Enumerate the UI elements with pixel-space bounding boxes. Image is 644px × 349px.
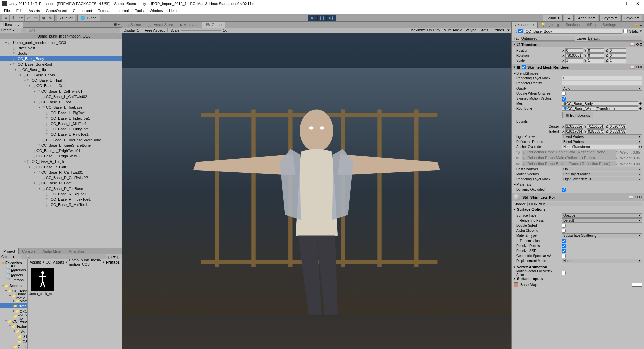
tree-item[interactable]: ⬚CC_Base_R_Foot — [0, 180, 122, 186]
position-x[interactable] — [565, 48, 583, 53]
tag-dropdown[interactable]: Untagged — [521, 36, 575, 41]
game-tab[interactable]: 🎮Game — [202, 22, 225, 28]
center-z[interactable] — [609, 124, 626, 129]
project-tree-item[interactable]: ▼📁Texture — [0, 324, 27, 329]
tree-item[interactable]: ⬚CC_Base_BoneRoot — [0, 61, 122, 67]
audiomixer-tab[interactable]: Audio Mixer — [39, 248, 66, 254]
help-icon[interactable]: 📖 — [630, 42, 635, 47]
update-offscreen-toggle[interactable] — [562, 92, 566, 96]
project-create[interactable]: Create ▾ — [1, 255, 14, 259]
scale-slider[interactable] — [181, 30, 221, 31]
gear-icon[interactable]: ⚙ — [639, 42, 643, 47]
renderpass-dropdown[interactable]: Default — [562, 218, 642, 223]
collab-dropdown[interactable]: Collab ▾ — [543, 15, 563, 21]
step-button[interactable]: ▶❚ — [327, 15, 336, 21]
tree-item[interactable]: ⬚CC_Base_L_Foot — [0, 99, 122, 105]
menu-tutorial[interactable]: Tutorial — [95, 8, 113, 14]
position-z[interactable] — [609, 48, 626, 53]
smr-enabled[interactable] — [522, 65, 526, 69]
picker-icon[interactable]: ⊙ — [639, 106, 642, 111]
surface-inputs-header[interactable]: ▼Surface Inputs — [512, 276, 644, 281]
mute-toggle[interactable]: Mute Audio — [444, 28, 462, 32]
layers-dropdown[interactable]: Layers ▾ — [599, 15, 620, 21]
menu-internal[interactable]: Internal — [114, 8, 132, 14]
tree-item[interactable]: ⬚CC_Base_L_ToeBase — [0, 105, 122, 110]
tree-item[interactable]: ⬚CC_Base_L_ThighTwist01 — [0, 148, 122, 153]
tree-item[interactable]: ⬚CC_Base_L_CalfTwist01 — [0, 89, 122, 94]
display-dropdown[interactable]: Display 1 — [124, 28, 139, 32]
castshadows-dropdown[interactable]: On — [562, 167, 642, 171]
close-button[interactable]: ✕ — [636, 1, 639, 6]
displacement-dropdown[interactable]: None — [562, 259, 642, 263]
project-tree-item[interactable]: 📁Prefabs — [0, 303, 27, 308]
tree-item[interactable]: ⬚Biker_Vest — [0, 45, 122, 51]
tree-item[interactable]: ⬚CC_Base_R_Calf — [0, 164, 122, 170]
project-tab[interactable]: Project — [0, 248, 19, 254]
doublesided-toggle[interactable] — [562, 224, 566, 228]
tree-item[interactable]: ⬚CC_Base_Hip — [0, 67, 122, 72]
scene-tab[interactable]: ⬚Scene — [122, 22, 144, 28]
project-tree-item[interactable]: 📁GameBase — [0, 344, 27, 349]
inspector-lock-icon[interactable]: 🔒 ≡ — [634, 23, 644, 27]
layout-dropdown[interactable]: Layout ▾ — [621, 15, 642, 21]
tree-item[interactable]: ⬚CC_Base_L_Thigh — [0, 78, 122, 83]
tree-item[interactable]: ⬚CC_Base_L_PinkyToe1 — [0, 126, 122, 132]
transform-tool[interactable]: ⊕ — [40, 15, 47, 21]
menu-tools[interactable]: Tools — [132, 8, 146, 14]
rotate-tool[interactable]: ⟳ — [17, 15, 25, 21]
hierarchy-tree[interactable]: ⬚Uomo_punk_mesh-motion_CC3⬚Biker_Vest⬚Bo… — [0, 39, 122, 248]
project-grid[interactable]: Uomo_punk_me... — [28, 265, 122, 349]
rotation-y[interactable] — [587, 53, 604, 58]
panel-menu-icon[interactable]: ▤ ≡ — [113, 22, 122, 27]
pause-button[interactable]: ❚❚ — [317, 15, 327, 21]
move-tool[interactable]: ✢ — [10, 15, 17, 21]
receivessr-toggle[interactable] — [562, 249, 566, 253]
lighting-tab[interactable]: 💡 Lighting — [538, 23, 562, 27]
basemap-texture[interactable] — [514, 282, 518, 287]
console-tab[interactable]: Console — [19, 248, 39, 254]
layer-dropdown[interactable]: Default — [588, 36, 642, 41]
static-toggle[interactable] — [623, 29, 628, 33]
mvva-toggle[interactable] — [562, 271, 566, 275]
global-toggle[interactable]: 🌐Global — [77, 15, 100, 21]
lightprobes-dropdown[interactable]: Blend Probes — [562, 134, 642, 139]
shader-dropdown[interactable]: HDRP/Lit — [527, 202, 642, 206]
quality-dropdown[interactable]: Auto — [562, 86, 642, 91]
basemap-color[interactable] — [632, 283, 642, 287]
rendering-layer-mask[interactable] — [562, 76, 642, 80]
hand-tool[interactable]: ✥ — [2, 15, 10, 21]
hierarchy-tab[interactable]: Hierarchy — [0, 22, 23, 28]
pivot-toggle[interactable]: ⊙Pivot — [57, 15, 75, 21]
tree-item[interactable]: ⬚CC_Base_R_BigToe1 — [0, 191, 122, 197]
gameobject-active-toggle[interactable] — [518, 29, 523, 33]
projectsettings-tab[interactable]: ⚙ Project Settings — [583, 23, 619, 27]
tree-item[interactable]: ⬚CC_Base_R_CalfTwist02 — [0, 175, 122, 180]
tree-item[interactable]: ⬚CC_Base_L_KneeShareBone — [0, 143, 122, 148]
fav-item[interactable]: 🔍All Prefabs — [0, 275, 27, 280]
menu-help[interactable]: Help — [166, 8, 179, 14]
project-tree-item[interactable]: ▼📁Uomo_punk_mesh-motio — [0, 293, 27, 298]
menu-window[interactable]: Window — [147, 8, 166, 14]
menu-edit[interactable]: Edit — [14, 8, 25, 14]
reflprobes-dropdown[interactable]: Blend Probes — [562, 140, 642, 144]
surfacetype-dropdown[interactable]: Opaque — [562, 213, 642, 218]
gear-icon[interactable]: ⚙ — [639, 195, 642, 199]
geomspecaa-toggle[interactable] — [562, 254, 566, 258]
project-tree-item[interactable]: 📁Uomo_punk_mesh-mo — [0, 314, 27, 319]
tree-item[interactable]: ⬚CC_Base_L_Calf — [0, 83, 122, 89]
alphaclip-toggle[interactable] — [562, 229, 566, 233]
breadcrumb[interactable]: Assets > CC_Assets > Uomo_punk_mesh-moti… — [28, 259, 122, 265]
gameobject-name-field[interactable] — [524, 29, 622, 34]
scale-x[interactable] — [565, 58, 583, 63]
receivedecals-toggle[interactable] — [562, 244, 566, 248]
mesh-field[interactable]: ▦ CC_Base_Body — [562, 101, 638, 106]
project-filter-icons[interactable]: ⬚ ★ ⬚ — [108, 255, 120, 259]
menu-assets[interactable]: Assets — [26, 8, 43, 14]
scale-tool[interactable]: ⤢ — [25, 15, 32, 21]
tree-item[interactable]: ⬚CC_Base_R_MidToe1 — [0, 202, 122, 207]
inspector-tab[interactable]: ⓘ Inspector — [512, 22, 538, 28]
project-tree-item[interactable]: ▼📁CC_Resource — [0, 319, 27, 324]
tree-item[interactable]: ⬚CC_Base_L_ToeBaseShareBone — [0, 137, 122, 143]
hierarchy-search[interactable]: 🔍All — [21, 28, 120, 33]
maximize-toggle[interactable]: Maximize On Play — [410, 28, 440, 32]
